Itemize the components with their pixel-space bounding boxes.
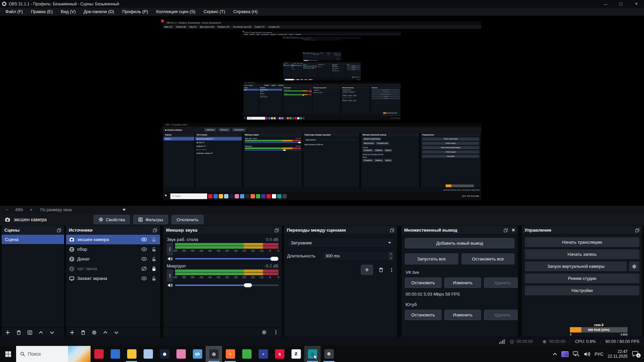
weather-widget[interactable] — [68, 346, 91, 362]
taskbar-app-firefox[interactable]: ● — [222, 346, 238, 362]
menu-item-3[interactable]: Вид (V) — [57, 8, 79, 16]
float-dock-icon[interactable] — [153, 228, 157, 233]
menu-item-6[interactable]: Коллекция сцен (S) — [152, 8, 200, 16]
taskbar-app-game-center[interactable] — [91, 346, 107, 362]
mixer-channel-menu-button[interactable] — [167, 269, 173, 282]
transition-menu-button[interactable] — [389, 267, 394, 273]
notification-center[interactable]: 4 — [632, 351, 639, 357]
volume-slider[interactable] — [175, 283, 278, 288]
move-scene-up-button[interactable] — [38, 330, 44, 335]
output-edit-button[interactable]: Изменить — [444, 278, 481, 288]
chevron-down-icon[interactable] — [122, 209, 126, 211]
advanced-audio-button[interactable] — [262, 330, 267, 335]
source-item[interactable]: Донат — [66, 254, 160, 264]
taskbar-search[interactable]: Поиск — [16, 346, 91, 362]
move-source-down-button[interactable] — [114, 330, 119, 335]
move-scene-down-button[interactable] — [49, 330, 55, 335]
visibility-eye-icon[interactable] — [141, 237, 147, 242]
float-dock-icon[interactable] — [57, 228, 61, 233]
menu-item-4[interactable]: Док-панели (D) — [80, 8, 118, 16]
add-transition-button[interactable] — [361, 265, 373, 275]
taskbar-app-teal-app[interactable]: ▯ — [304, 346, 321, 362]
mixer-channel-menu-button[interactable] — [167, 243, 173, 255]
taskbar-app-qbittorrent[interactable]: qb — [189, 346, 206, 362]
filters-button[interactable]: Фильтры — [133, 215, 168, 224]
lock-open-icon[interactable] — [151, 276, 157, 281]
taskbar-app-blue-orb[interactable]: ● — [255, 346, 271, 362]
float-dock-icon[interactable] — [635, 228, 640, 233]
tray-chevron-up-icon[interactable] — [553, 353, 557, 356]
spinner-up-icon[interactable]: ▲ — [388, 251, 394, 256]
source-item[interactable]: эксшен камера — [66, 235, 160, 244]
zoom-in-button[interactable]: + — [28, 207, 35, 212]
menu-item-5[interactable]: Профиль (P) — [118, 8, 152, 16]
transition-select[interactable]: Затухание — [287, 238, 394, 248]
taskbar-app-settings[interactable]: ⚙ — [321, 346, 337, 362]
lock-closed-icon[interactable] — [151, 266, 157, 272]
float-dock-icon[interactable] — [274, 228, 279, 233]
duration-spinner[interactable]: ▲▼ — [388, 251, 394, 261]
float-dock-icon[interactable] — [503, 228, 508, 233]
selection-handle[interactable] — [161, 19, 164, 22]
virtualcam-config-button[interactable] — [629, 261, 639, 271]
start-streaming-button[interactable]: Начать трансляцию — [525, 237, 639, 247]
start-all-button[interactable]: Запустить все — [405, 253, 458, 264]
visibility-eye-icon[interactable] — [141, 246, 147, 252]
source-item[interactable]: сбор — [66, 244, 160, 254]
tray-app-icon[interactable] — [561, 351, 569, 357]
menu-item-7[interactable]: Сервис (T) — [200, 8, 229, 16]
speaker-icon[interactable] — [167, 283, 173, 288]
output-delete-button[interactable]: Удалить — [484, 278, 518, 288]
source-properties-button[interactable] — [92, 330, 97, 335]
taskbar-app-file-explorer[interactable] — [123, 346, 140, 362]
source-item[interactable]: чат твича — [66, 264, 160, 274]
start-button[interactable] — [0, 346, 16, 362]
studio-mode-button[interactable]: Режим студии — [525, 274, 639, 283]
taskbar-app-amd-software[interactable]: a — [271, 346, 288, 362]
taskbar-app-calculator[interactable] — [107, 346, 123, 362]
close-button[interactable]: ✕ — [629, 0, 644, 8]
taskbar-app-paint[interactable] — [173, 346, 189, 362]
maximize-button[interactable]: ▢ — [613, 0, 629, 8]
settings-button[interactable]: Настройки — [525, 286, 639, 295]
source-item[interactable]: Захват экрана — [66, 274, 160, 283]
output-stop-button[interactable]: Остановить — [405, 278, 441, 288]
output-delete-button[interactable]: Удалить — [484, 310, 518, 320]
add-scene-button[interactable] — [5, 330, 10, 335]
visibility-eye-icon[interactable] — [141, 256, 147, 262]
stop-all-button[interactable]: Остановить все — [462, 253, 515, 264]
deactivate-button[interactable]: Отключить — [171, 215, 204, 224]
volume-icon[interactable] — [584, 352, 590, 357]
add-output-button[interactable]: Добавить новый вывод — [405, 238, 515, 248]
mixer-menu-button[interactable] — [273, 330, 278, 335]
duration-input[interactable]: 300 ms — [322, 251, 388, 261]
taskbar-app-steam[interactable]: ◉ — [156, 346, 173, 362]
fit-to-window-label[interactable]: По размеру окна — [40, 207, 71, 212]
scene-filters-button[interactable] — [27, 330, 33, 335]
float-dock-icon[interactable] — [390, 228, 394, 233]
menu-item-2[interactable]: Правка (E) — [27, 8, 57, 16]
move-source-up-button[interactable] — [103, 330, 108, 335]
close-dock-icon[interactable]: ✕ — [512, 228, 515, 233]
properties-button[interactable]: Свойства — [94, 215, 130, 224]
lock-open-icon[interactable] — [151, 247, 157, 252]
visibility-eye-off-icon[interactable] — [141, 266, 147, 272]
add-source-button[interactable] — [69, 330, 75, 335]
language-indicator[interactable]: РУС — [595, 352, 603, 357]
taskbar-app-obs-studio[interactable]: ◎ — [206, 346, 222, 362]
visibility-eye-icon[interactable] — [141, 276, 147, 281]
speaker-icon[interactable] — [167, 256, 173, 261]
output-stop-button[interactable]: Остановить — [405, 310, 441, 320]
start-recording-button[interactable]: Начать запись — [525, 249, 639, 259]
taskbar-app-green-app[interactable] — [238, 346, 255, 362]
minimize-button[interactable]: — — [598, 0, 613, 8]
scene-item[interactable]: Сцена — [2, 235, 64, 244]
spinner-down-icon[interactable]: ▼ — [388, 256, 394, 261]
network-icon[interactable] — [573, 351, 580, 357]
zoom-out-button[interactable]: − — [3, 207, 11, 212]
tray-clock[interactable]: 22:47 22.11.2025 — [608, 349, 628, 359]
menu-item-1[interactable]: Файл (F) — [1, 8, 27, 16]
menu-item-8[interactable]: Справка (H) — [229, 8, 262, 16]
slider-handle[interactable] — [270, 257, 278, 261]
lock-open-icon[interactable] — [151, 256, 157, 262]
